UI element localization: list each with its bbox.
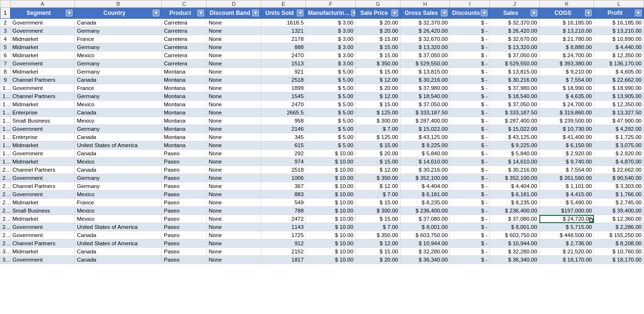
cell-units-sold[interactable]: 615 bbox=[261, 141, 306, 150]
cell-sale-price[interactable]: $ 20.00 bbox=[355, 19, 400, 27]
header-discounts[interactable]: Discounts ▼ bbox=[450, 8, 490, 19]
cell-discount-band[interactable]: None bbox=[207, 51, 261, 60]
cell-units-sold[interactable]: 2146 bbox=[261, 125, 306, 133]
cell-cogs[interactable]: $ 9,740.00 bbox=[539, 158, 594, 166]
cell-cogs[interactable]: $ 4,415.00 bbox=[539, 190, 594, 199]
cell-manufacturing[interactable]: $ 3.00 bbox=[306, 19, 355, 27]
cell-discount-band[interactable]: None bbox=[207, 231, 261, 239]
cell-cogs[interactable]: $ 319,860.00 bbox=[539, 109, 594, 117]
filter-icon-profit[interactable]: ▼ bbox=[635, 10, 642, 16]
cell-country[interactable]: Mexico bbox=[75, 158, 162, 166]
cell-discount-band[interactable]: None bbox=[207, 215, 261, 223]
cell-discounts[interactable]: $ - bbox=[450, 100, 490, 109]
cell-discount-band[interactable]: None bbox=[207, 68, 261, 76]
cell-segment[interactable]: Channel Partners bbox=[10, 239, 75, 248]
cell-discount-band[interactable]: None bbox=[207, 207, 261, 215]
cell-sales[interactable]: $ 37,050.00 bbox=[490, 100, 539, 109]
cell-profit[interactable]: $ 12,350.00 bbox=[594, 100, 644, 109]
cell-gross-sales[interactable]: $ 6,181.00 bbox=[400, 190, 450, 199]
cell-sales[interactable]: $ 8,001.00 bbox=[490, 223, 539, 231]
cell-country[interactable]: France bbox=[75, 199, 162, 207]
cell-product[interactable]: Montana bbox=[162, 76, 207, 84]
cell-units-sold[interactable]: 974 bbox=[261, 158, 306, 166]
cell-sales[interactable]: $ 18,540.00 bbox=[490, 92, 539, 100]
cell-sales[interactable]: $ 236,400.00 bbox=[490, 207, 539, 215]
filter-icon-discounts[interactable]: ▼ bbox=[481, 10, 487, 16]
cell-cogs[interactable]: $ 10,730.00 bbox=[539, 125, 594, 133]
cell-sales[interactable]: $ 37,980.00 bbox=[490, 84, 539, 92]
cell-gross-sales[interactable]: $ 37,080.00 bbox=[400, 215, 450, 223]
cell-sale-price[interactable]: $ 15.00 bbox=[355, 43, 400, 51]
cell-cogs[interactable]: $ 8,880.00 bbox=[539, 43, 594, 51]
cell-discounts[interactable]: $ - bbox=[450, 68, 490, 76]
cell-discounts[interactable]: $ - bbox=[450, 158, 490, 166]
cell-gross-sales[interactable]: $ 36,340.00 bbox=[400, 256, 450, 264]
cell-manufacturing[interactable]: $ 10.00 bbox=[306, 207, 355, 215]
cell-sales[interactable]: $ 32,280.00 bbox=[490, 248, 539, 256]
cell-discount-band[interactable]: None bbox=[207, 223, 261, 231]
cell-discount-band[interactable]: None bbox=[207, 117, 261, 125]
header-discount-band[interactable]: Discount Band ▼ bbox=[207, 8, 261, 19]
cell-discounts[interactable]: $ - bbox=[450, 109, 490, 117]
header-segment[interactable]: Segment ▼ bbox=[10, 8, 75, 19]
cell-product[interactable]: Paseo bbox=[162, 239, 207, 248]
cell-gross-sales[interactable]: $ 10,944.00 bbox=[400, 239, 450, 248]
filter-icon-segment[interactable]: ▼ bbox=[66, 10, 73, 16]
cell-units-sold[interactable]: 367 bbox=[261, 182, 306, 190]
cell-units-sold[interactable]: 2470 bbox=[261, 100, 306, 109]
cell-manufacturing[interactable]: $ 10.00 bbox=[306, 239, 355, 248]
cell-cogs[interactable]: $ 239,500.00 bbox=[539, 117, 594, 125]
cell-discounts[interactable]: $ - bbox=[450, 166, 490, 174]
cell-discounts[interactable]: $ - bbox=[450, 207, 490, 215]
cell-discount-band[interactable]: None bbox=[207, 60, 261, 68]
cell-discounts[interactable]: $ - bbox=[450, 190, 490, 199]
cell-discount-band[interactable]: None bbox=[207, 125, 261, 133]
cell-product[interactable]: Paseo bbox=[162, 190, 207, 199]
cell-units-sold[interactable]: 1513 bbox=[261, 60, 306, 68]
cell-sales[interactable]: $ 37,050.00 bbox=[490, 51, 539, 60]
cell-sales[interactable]: $ 26,420.00 bbox=[490, 27, 539, 35]
cell-product[interactable]: Paseo bbox=[162, 256, 207, 264]
cell-units-sold[interactable]: 1321 bbox=[261, 27, 306, 35]
cell-profit[interactable]: $ 18,170.00 bbox=[594, 256, 644, 264]
cell-units-sold[interactable]: 1899 bbox=[261, 84, 306, 92]
cell-product[interactable]: Montana bbox=[162, 84, 207, 92]
cell-profit[interactable]: $ 10,890.00 bbox=[594, 35, 644, 43]
cell-units-sold[interactable]: 788 bbox=[261, 207, 306, 215]
cell-cogs[interactable]: $ 6,150.00 bbox=[539, 141, 594, 150]
cell-profit[interactable]: $ 136,170.00 bbox=[594, 60, 644, 68]
cell-sale-price[interactable]: $ 15.00 bbox=[355, 215, 400, 223]
cell-discounts[interactable]: $ - bbox=[450, 174, 490, 182]
cell-profit[interactable]: $ 12,350.00 bbox=[594, 51, 644, 60]
cell-units-sold[interactable]: 1006 bbox=[261, 174, 306, 182]
cell-discounts[interactable]: $ - bbox=[450, 231, 490, 239]
cell-discount-band[interactable]: None bbox=[207, 158, 261, 166]
cell-product[interactable]: Carretera bbox=[162, 60, 207, 68]
cell-profit[interactable]: $ 10,760.00 bbox=[594, 248, 644, 256]
col-letter-c[interactable]: C bbox=[162, 0, 207, 8]
cell-units-sold[interactable]: 921 bbox=[261, 68, 306, 76]
cell-gross-sales[interactable]: $ 37,980.00 bbox=[400, 84, 450, 92]
cell-country[interactable]: France bbox=[75, 84, 162, 92]
cell-gross-sales[interactable]: $ 287,400.00 bbox=[400, 117, 450, 125]
cell-segment[interactable]: Government bbox=[10, 60, 75, 68]
cell-sale-price[interactable]: $ 15.00 bbox=[355, 158, 400, 166]
cell-segment[interactable]: Small Business bbox=[10, 117, 75, 125]
cell-sale-price[interactable]: $ 12.00 bbox=[355, 239, 400, 248]
cell-gross-sales[interactable]: $ 32,670.00 bbox=[400, 35, 450, 43]
cell-discount-band[interactable]: None bbox=[207, 166, 261, 174]
cell-product[interactable]: Montana bbox=[162, 133, 207, 141]
cell-sale-price[interactable]: $ 350.00 bbox=[355, 60, 400, 68]
col-letter-g[interactable]: G bbox=[355, 0, 400, 8]
cell-manufacturing[interactable]: $ 5.00 bbox=[306, 125, 355, 133]
cell-sales[interactable]: $ 333,187.50 bbox=[490, 109, 539, 117]
cell-discounts[interactable]: $ - bbox=[450, 92, 490, 100]
cell-sales[interactable]: $ 43,125.00 bbox=[490, 133, 539, 141]
cell-sales[interactable]: $ 9,225.00 bbox=[490, 141, 539, 150]
cell-sale-price[interactable]: $ 7.00 bbox=[355, 190, 400, 199]
cell-product[interactable]: Montana bbox=[162, 141, 207, 150]
cell-product[interactable]: Paseo bbox=[162, 215, 207, 223]
col-letter-j[interactable]: J bbox=[490, 0, 539, 8]
col-letter-f[interactable]: F bbox=[306, 0, 355, 8]
cell-manufacturing[interactable]: $ 5.00 bbox=[306, 68, 355, 76]
